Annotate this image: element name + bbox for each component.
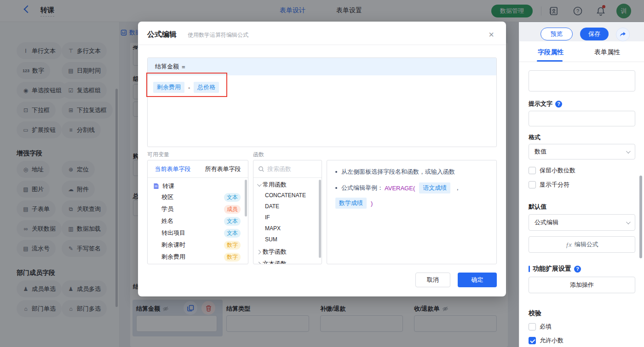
divider [138, 45, 506, 45]
variable-name: 剩余费用 [161, 253, 185, 261]
checkbox-checked[interactable] [529, 337, 536, 344]
modal-subtitle: 使用数学运算符编辑公式 [188, 31, 248, 39]
functions-panel: 常用函数 CONCATENATE DATE IF MAPX SUM 数学函数 文… [253, 160, 322, 264]
formula-help-panel: 从左侧面板选择字段名和函数，或输入函数 公式编辑举例： AVERAGE( 语文成… [327, 160, 497, 264]
chevron-down-icon [626, 149, 631, 154]
function-group-common[interactable]: 常用函数 [253, 178, 322, 190]
help-example-line: 公式编辑举例： AVERAGE( 语文成绩 ， 数学成绩 ) [335, 182, 488, 209]
share-button[interactable] [616, 28, 630, 41]
variables-tabs: 当前表单字段 所有表单字段 [148, 160, 248, 178]
functions-scrollbar[interactable] [319, 180, 321, 258]
allow-decimal-checkbox-row[interactable]: 允许小数 [529, 336, 564, 345]
help-text: 从左侧面板选择字段名和函数，或输入函数 [341, 168, 455, 176]
question-icon[interactable]: ? [555, 101, 562, 108]
scrolled-textarea-remnant[interactable] [529, 70, 635, 91]
section-bar [529, 266, 530, 272]
example-function-open: AVERAGE( [385, 185, 415, 192]
function-item[interactable]: CONCATENATE [253, 190, 322, 201]
formula-editor-modal: 公式编辑 使用数学运算符编辑公式 × 结算金额 = 剩余费用 - 总价格 可用变… [138, 22, 506, 296]
confirm-button[interactable]: 确定 [458, 273, 497, 287]
bullet-icon [335, 187, 337, 189]
save-button[interactable]: 保存 [580, 28, 609, 40]
tab-form-properties[interactable]: 表单属性 [594, 48, 620, 57]
formula-editor-box[interactable]: 结算金额 = 剩余费用 - 总价格 [147, 57, 497, 147]
thousand-separator-checkbox-row[interactable]: 显示千分符 [529, 181, 569, 189]
type-badge: 文本 [224, 217, 241, 226]
function-item[interactable]: SUM [253, 234, 322, 245]
hint-text-input[interactable] [529, 111, 635, 126]
preview-button[interactable]: 预览 [540, 28, 573, 40]
format-label: 格式 [529, 133, 540, 142]
example-field-chip: 语文成绩 [419, 182, 450, 193]
function-group-label: 常用函数 [263, 181, 287, 189]
variable-row[interactable]: 姓名文本 [148, 215, 248, 227]
add-action-button[interactable]: 添加操作 [529, 277, 635, 293]
checkbox-label: 显示千分符 [540, 181, 569, 189]
variable-name: 学员 [161, 205, 173, 213]
variable-name: 姓名 [161, 217, 173, 225]
function-item[interactable]: MAPX [253, 223, 322, 234]
checkbox-label: 必填 [540, 323, 552, 331]
red-highlight-annotation [146, 73, 227, 97]
tab-field-properties[interactable]: 字段属性 [538, 48, 564, 57]
function-item[interactable]: IF [253, 212, 322, 223]
function-search-input[interactable] [267, 165, 313, 172]
panel-scrollbar[interactable] [639, 176, 642, 258]
formula-target-field: 结算金额 [155, 63, 179, 71]
chevron-right-icon [257, 250, 261, 254]
variables-scrollbar[interactable] [245, 180, 247, 216]
example-comma: ， [454, 184, 460, 192]
variable-name: 转出项目 [161, 229, 185, 237]
keep-decimal-checkbox-row[interactable]: 保留小数位数 [529, 166, 575, 175]
type-badge: 文本 [224, 229, 241, 238]
function-group-math[interactable]: 数学函数 [253, 245, 322, 257]
form-root-label: 转课 [162, 182, 174, 190]
variables-panel: 当前表单字段 所有表单字段 转课 校区文本 学员成员 姓名文本 转出项目文本 剩… [147, 160, 248, 264]
variable-row[interactable]: 剩余课时数字 [148, 239, 248, 251]
canvas-action-row: 预览 保存 [519, 22, 644, 41]
variable-row[interactable]: 学员成员 [148, 203, 248, 215]
function-item[interactable]: DATE [253, 201, 322, 212]
help-line: 从左侧面板选择字段名和函数，或输入函数 [335, 168, 488, 176]
variable-row[interactable]: 校区文本 [148, 191, 248, 203]
checkbox-unchecked[interactable] [529, 181, 536, 188]
type-badge: 数字 [224, 253, 241, 262]
variable-row[interactable]: 转出项目文本 [148, 227, 248, 239]
chevron-right-icon [257, 262, 261, 264]
function-search-row [253, 160, 322, 178]
required-checkbox-row[interactable]: 必填 [529, 323, 552, 331]
chevron-down-icon [626, 220, 631, 224]
equals-sign: = [182, 63, 185, 70]
variable-row[interactable]: 剩余费用数字 [148, 251, 248, 263]
chevron-down-icon [257, 182, 262, 187]
validation-title: 校验 [529, 309, 541, 318]
form-tree-root[interactable]: 转课 [148, 178, 248, 191]
extension-settings-title: 功能扩展设置 ? [529, 265, 581, 273]
default-value: 公式编辑 [535, 218, 558, 227]
example-field-chip: 数学成绩 [335, 198, 367, 209]
fx-icon: ƒx [565, 241, 572, 248]
help-example-prefix: 公式编辑举例： [341, 184, 383, 192]
variable-name: 剩余课时 [161, 241, 185, 249]
type-badge: 数字 [224, 241, 241, 250]
format-select[interactable]: 数值 [529, 144, 635, 159]
type-badge: 文本 [224, 193, 241, 202]
modal-backdrop [0, 0, 644, 22]
tab-current-form-fields[interactable]: 当前表单字段 [148, 165, 198, 173]
question-icon[interactable]: ? [574, 266, 581, 273]
checkbox-unchecked[interactable] [529, 323, 536, 330]
field-properties-panel: 字段属性 表单属性 提示文字 ? 格式 数值 保留小数位数 显示千分符 [519, 41, 644, 347]
checkbox-unchecked[interactable] [529, 167, 536, 174]
default-value-label: 默认值 [529, 203, 546, 211]
default-value-select[interactable]: 公式编辑 [529, 214, 635, 231]
function-group-text[interactable]: 文本函数 [253, 257, 322, 264]
edit-formula-button[interactable]: ƒx 编辑公式 [529, 236, 635, 253]
app-window: 转课 表单设计 表单设置 数据管理 ? 训 表单外链 后端脚本 数据权限 I单行… [0, 0, 644, 347]
cancel-button[interactable]: 取消 [415, 273, 450, 287]
close-icon[interactable]: × [486, 29, 497, 40]
modal-title: 公式编辑 [147, 30, 177, 40]
divider [519, 62, 644, 62]
variable-name: 校区 [161, 193, 173, 201]
tab-all-form-fields[interactable]: 所有表单字段 [198, 165, 248, 173]
bullet-icon [335, 171, 337, 173]
